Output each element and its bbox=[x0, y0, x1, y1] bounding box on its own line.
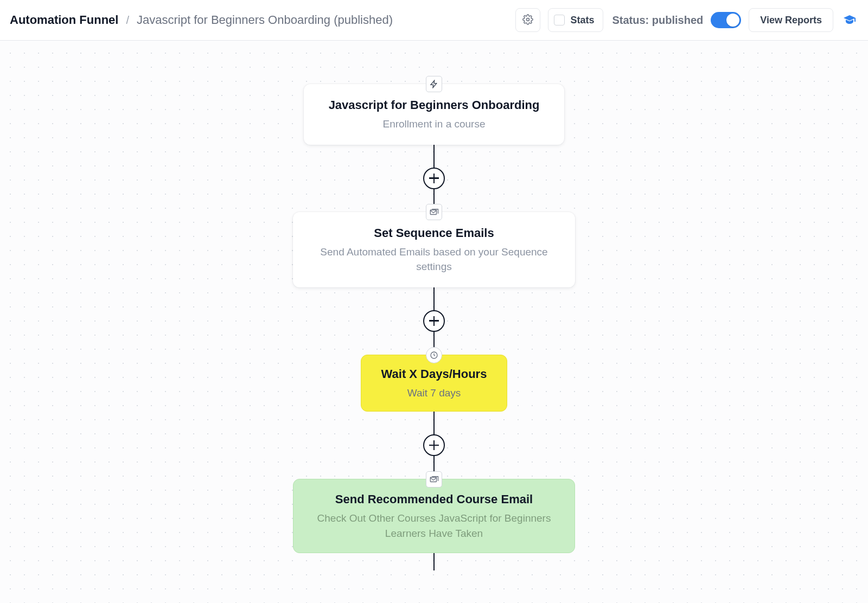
header-controls: Stats Status: published View Reports bbox=[515, 8, 856, 32]
funnel-header: Automation Funnel / Javascript for Begin… bbox=[0, 0, 868, 41]
connector bbox=[433, 412, 435, 434]
toggle-knob bbox=[726, 14, 739, 27]
breadcrumb-separator: / bbox=[126, 14, 129, 27]
add-step-button[interactable] bbox=[423, 310, 445, 332]
node-title: Set Sequence Emails bbox=[312, 226, 556, 240]
mail-stack-icon bbox=[426, 471, 442, 487]
node-send-email[interactable]: Send Recommended Course Email Check Out … bbox=[293, 479, 575, 553]
node-title: Javascript for Beginners Onboarding bbox=[323, 98, 545, 112]
node-sequence-emails[interactable]: Set Sequence Emails Send Automated Email… bbox=[293, 212, 575, 287]
svg-point-0 bbox=[527, 18, 529, 21]
funnel-canvas[interactable]: Javascript for Beginners Onboarding Enro… bbox=[0, 41, 868, 603]
node-trigger[interactable]: Javascript for Beginners Onboarding Enro… bbox=[304, 84, 564, 145]
stats-label: Stats bbox=[570, 15, 594, 26]
breadcrumb: Automation Funnel / Javascript for Begin… bbox=[10, 13, 515, 27]
flow-column: Javascript for Beginners Onboarding Enro… bbox=[0, 41, 868, 570]
connector bbox=[433, 287, 435, 310]
add-step-button[interactable] bbox=[423, 434, 445, 456]
publish-toggle[interactable] bbox=[711, 12, 741, 28]
view-reports-button[interactable]: View Reports bbox=[749, 8, 833, 32]
node-title: Send Recommended Course Email bbox=[310, 492, 558, 506]
node-subtitle: Check Out Other Courses JavaScript for B… bbox=[310, 511, 558, 541]
mail-stack-icon bbox=[426, 204, 442, 220]
breadcrumb-leaf: Javascript for Beginners Onboarding (pub… bbox=[137, 13, 393, 27]
node-subtitle: Wait 7 days bbox=[372, 386, 496, 401]
node-title: Wait X Days/Hours bbox=[372, 367, 496, 381]
stats-toggle[interactable]: Stats bbox=[548, 8, 603, 32]
node-subtitle: Send Automated Emails based on your Sequ… bbox=[312, 245, 556, 274]
add-step-button[interactable] bbox=[423, 168, 445, 189]
gear-icon bbox=[522, 14, 533, 27]
node-wait[interactable]: Wait X Days/Hours Wait 7 days bbox=[361, 355, 507, 412]
settings-button[interactable] bbox=[515, 8, 540, 32]
connector bbox=[433, 553, 435, 570]
status-label: Status: published bbox=[612, 14, 703, 27]
graduation-cap-icon[interactable] bbox=[843, 14, 856, 27]
breadcrumb-root[interactable]: Automation Funnel bbox=[10, 13, 118, 27]
checkbox-icon bbox=[554, 15, 565, 25]
clock-icon bbox=[426, 347, 442, 363]
connector bbox=[433, 145, 435, 168]
lightning-icon bbox=[426, 76, 442, 92]
node-subtitle: Enrollment in a course bbox=[323, 117, 545, 132]
